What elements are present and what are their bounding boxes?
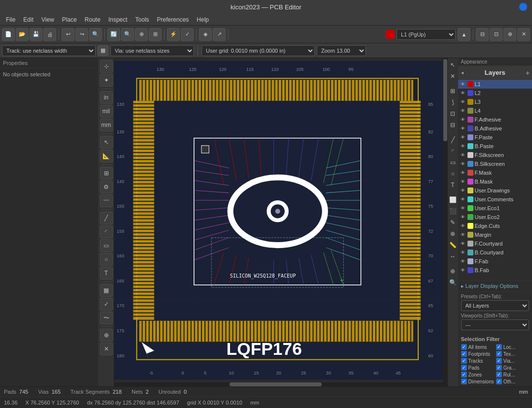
rect-tool-r[interactable]: ▭ xyxy=(448,157,458,167)
zone-tool[interactable]: ⬛ xyxy=(448,206,458,216)
plus-tool[interactable]: ⊕ xyxy=(448,266,458,276)
layer-eye-l1[interactable]: 👁 xyxy=(460,81,466,87)
layer-eye-badhesive[interactable]: 👁 xyxy=(460,126,466,131)
layer-eye-usereco1[interactable]: 👁 xyxy=(460,205,466,211)
layer-row-fcourtyard[interactable]: 👁 F.Courtyard xyxy=(458,239,532,248)
presets-selector[interactable]: All Layers xyxy=(461,300,530,311)
rule-tool[interactable]: 📏 xyxy=(448,240,458,250)
3d-button[interactable]: ◈ xyxy=(199,28,212,41)
pcb-canvas[interactable]: 130 125 120 115 110 105 100 95 130 135 1… xyxy=(114,58,443,382)
layer-row-margin[interactable]: 👁 Margin xyxy=(458,230,532,239)
mm-tool[interactable]: mm xyxy=(100,119,113,131)
layer-eye-ffab[interactable]: 👁 xyxy=(460,258,466,264)
menu-view[interactable]: View xyxy=(37,15,58,24)
filter-dimensions-cb[interactable] xyxy=(461,378,467,384)
component-tool[interactable]: ⊕ xyxy=(100,329,113,342)
layer-eye-bmask[interactable]: 👁 xyxy=(460,179,466,185)
line-tool[interactable]: ╱ xyxy=(100,212,113,224)
zoom-in-button[interactable]: ⊕ xyxy=(135,28,148,41)
layer-eye-edgecuts[interactable]: 👁 xyxy=(460,223,466,229)
via-size-selector[interactable]: Via: use netclass sizes xyxy=(110,45,194,56)
menu-tools[interactable]: Tools xyxy=(132,15,153,24)
spread-tool[interactable]: ⊞ xyxy=(100,167,113,180)
viewports-selector[interactable]: --- xyxy=(461,319,530,330)
line-tool-r[interactable]: ╱ xyxy=(448,135,458,145)
arc-tool-r[interactable]: ◜ xyxy=(448,146,458,156)
layer-row-bpaste[interactable]: 👁 B.Paste xyxy=(458,142,532,151)
cursor-tool[interactable]: ↖ xyxy=(100,136,113,149)
select-tool[interactable]: ⊹ xyxy=(100,60,113,73)
menu-help[interactable]: Help xyxy=(193,15,213,24)
drc-run-tool[interactable]: ✓ xyxy=(100,298,113,311)
refresh-button[interactable]: 🔄 xyxy=(107,28,120,41)
layer-row-fsilkscreen[interactable]: 👁 F.Silkscreen xyxy=(458,151,532,159)
filter-via-cb[interactable] xyxy=(496,358,502,364)
layer-row-usereco2[interactable]: 👁 User.Eco2 xyxy=(458,213,532,221)
tune-tool[interactable]: ⚙ xyxy=(100,181,113,193)
layer-eye-l3[interactable]: 👁 xyxy=(460,99,466,105)
zoom-selector[interactable]: Zoom 13.00 xyxy=(317,45,366,56)
vscrollbar-thumb[interactable] xyxy=(443,59,447,141)
filter-tracks-cb[interactable] xyxy=(461,358,467,364)
wave-tool[interactable]: 〰 xyxy=(100,194,113,207)
text-tool[interactable]: T xyxy=(100,267,113,280)
hscrollbar-thumb[interactable] xyxy=(230,382,322,386)
net-tool[interactable]: ⊞ xyxy=(448,86,458,96)
layer-display-options[interactable]: ▸ Layer Display Options xyxy=(458,280,532,292)
search-tool-r[interactable]: 🔍 xyxy=(448,278,458,287)
layer-row-l1[interactable]: 👁 L1 xyxy=(458,80,532,89)
cross-tool[interactable]: ✕ xyxy=(448,71,458,81)
track-width-selector[interactable]: Track: use netclass width xyxy=(2,45,96,56)
text-tool-r[interactable]: T xyxy=(448,180,458,190)
menu-place[interactable]: Place xyxy=(58,15,81,24)
drc-button[interactable]: ✓ xyxy=(181,28,194,41)
layer-eye-bcourtyard[interactable]: 👁 xyxy=(460,250,466,255)
filter-loc-cb[interactable] xyxy=(496,344,502,350)
arrow-tool-right[interactable]: ↖ xyxy=(448,60,458,70)
print-button[interactable]: 🖨 xyxy=(43,28,56,41)
save-button[interactable]: 💾 xyxy=(30,28,42,41)
layer-eye-fadhesive[interactable]: 👁 xyxy=(460,117,466,123)
layer-row-usereco1[interactable]: 👁 User.Eco1 xyxy=(458,204,532,213)
layer-row-fmask[interactable]: 👁 F.Mask xyxy=(458,168,532,177)
copper-tool[interactable]: ⊡ xyxy=(448,109,458,119)
layer-row-ffab[interactable]: 👁 F.Fab xyxy=(458,257,532,266)
layer-row-fadhesive[interactable]: 👁 F.Adhesive xyxy=(458,115,532,124)
layer-display-link[interactable]: ▸ Layer Display Options xyxy=(461,283,519,289)
layer-row-usercomments[interactable]: 👁 User.Comments xyxy=(458,195,532,204)
pad-tool[interactable]: ⊟ xyxy=(448,120,458,130)
layer-row-l4[interactable]: 👁 L4 xyxy=(458,106,532,115)
layer-row-bfab[interactable]: 👁 B.Fab xyxy=(458,266,532,275)
plane-tool[interactable]: ⬜ xyxy=(448,195,458,205)
layer-row-fpaste[interactable]: 👁 F.Paste xyxy=(458,133,532,142)
layer-row-bsilkscreen[interactable]: 👁 B.Silkscreen xyxy=(458,159,532,168)
layer-eye-bpaste[interactable]: 👁 xyxy=(460,143,466,149)
layer-selector[interactable]: L1 (PgUp) xyxy=(397,29,456,40)
zoom-fit-button[interactable]: ⊞ xyxy=(149,28,162,41)
layer-eye-l2[interactable]: 👁 xyxy=(460,90,466,96)
scripting-button[interactable]: ⊕ xyxy=(503,28,516,41)
undo-button[interactable]: ↩ xyxy=(62,28,74,41)
layer-eye-bsilkscreen[interactable]: 👁 xyxy=(460,161,466,167)
measure-tool[interactable]: 📐 xyxy=(100,150,113,162)
filter-rul-cb[interactable] xyxy=(496,372,502,377)
filter-zones-cb[interactable] xyxy=(461,372,467,377)
delete-tool[interactable]: ✕ xyxy=(100,343,113,355)
rect-tool[interactable]: ▭ xyxy=(100,239,113,252)
netlist-button[interactable]: ⚡ xyxy=(167,28,180,41)
mil-tool[interactable]: mil xyxy=(100,105,113,118)
footprint-editor-button[interactable]: ⊡ xyxy=(490,28,502,41)
layer-eye-fmask[interactable]: 👁 xyxy=(460,170,466,176)
layer-row-l3[interactable]: 👁 L3 xyxy=(458,97,532,106)
layer-eye-fcourtyard[interactable]: 👁 xyxy=(460,241,466,247)
circle-tool-r[interactable]: ○ xyxy=(448,169,458,179)
hscrollbar[interactable] xyxy=(114,382,443,386)
layer-eye-fpaste[interactable]: 👁 xyxy=(460,134,466,140)
image-tool[interactable]: ⊕ xyxy=(448,229,458,239)
layer-eye-usereco2[interactable]: 👁 xyxy=(460,214,466,220)
open-button[interactable]: 📂 xyxy=(16,28,29,41)
filter-pads-cb[interactable] xyxy=(461,365,467,371)
filter-oth-cb[interactable] xyxy=(496,378,502,384)
layers-add-button[interactable]: + xyxy=(523,68,532,77)
new-button[interactable]: 📄 xyxy=(2,28,15,41)
